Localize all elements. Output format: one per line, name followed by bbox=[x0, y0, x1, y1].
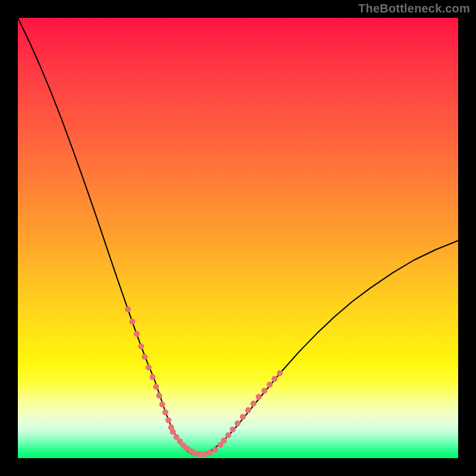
svg-point-4 bbox=[142, 354, 148, 360]
svg-point-2 bbox=[134, 331, 140, 337]
svg-point-20 bbox=[196, 451, 202, 457]
svg-point-27 bbox=[230, 427, 236, 433]
svg-point-9 bbox=[159, 402, 165, 408]
svg-point-8 bbox=[156, 393, 162, 399]
svg-point-11 bbox=[165, 417, 171, 423]
svg-point-34 bbox=[267, 381, 273, 387]
curve-layer bbox=[18, 18, 458, 458]
svg-point-28 bbox=[234, 421, 240, 427]
svg-point-1 bbox=[129, 319, 135, 325]
svg-point-22 bbox=[207, 450, 213, 456]
svg-point-32 bbox=[256, 394, 262, 400]
svg-point-23 bbox=[212, 447, 218, 453]
svg-point-7 bbox=[153, 384, 159, 390]
svg-point-31 bbox=[250, 400, 256, 406]
svg-point-3 bbox=[138, 343, 144, 349]
svg-point-10 bbox=[162, 409, 168, 415]
svg-point-26 bbox=[226, 433, 231, 439]
svg-point-0 bbox=[125, 306, 131, 312]
svg-point-35 bbox=[271, 376, 277, 382]
svg-point-6 bbox=[149, 374, 155, 380]
svg-point-21 bbox=[202, 451, 208, 457]
chart-frame: TheBottleneck.com bbox=[0, 0, 476, 476]
svg-point-33 bbox=[261, 388, 267, 394]
svg-point-5 bbox=[146, 365, 152, 371]
svg-point-25 bbox=[221, 437, 227, 443]
svg-point-13 bbox=[170, 429, 176, 435]
svg-point-36 bbox=[277, 370, 283, 376]
svg-point-30 bbox=[245, 407, 251, 413]
watermark-text: TheBottleneck.com bbox=[358, 2, 470, 15]
plot-area bbox=[18, 18, 458, 458]
svg-point-29 bbox=[240, 414, 246, 419]
